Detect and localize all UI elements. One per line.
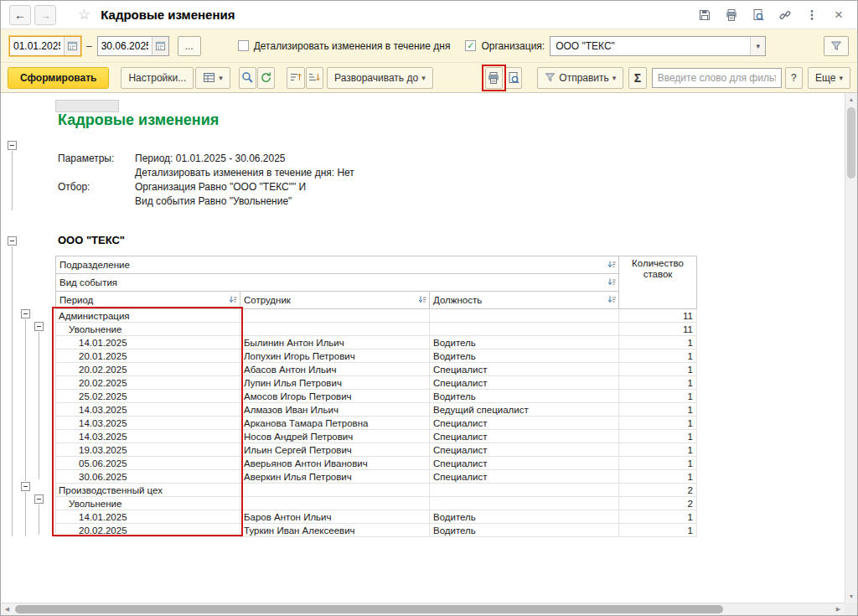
cell-employee[interactable]: Носов Андрей Петрович (240, 430, 430, 443)
expand-groups-button[interactable] (306, 67, 323, 89)
cell-employee[interactable]: Ильин Сергей Петрович (240, 443, 430, 457)
print-preview-button[interactable] (504, 67, 522, 89)
organization-checkbox[interactable]: ✓ Организация: (465, 40, 545, 52)
cell-period[interactable]: 25.02.2025 (56, 390, 240, 403)
cell-employee[interactable]: Баров Антон Ильич (240, 510, 430, 524)
more-actions-button[interactable]: Еще ▾ (808, 67, 850, 89)
cell-period[interactable]: 05.06.2025 (56, 457, 240, 470)
cell-employee[interactable]: Алмазов Иван Ильич (240, 403, 430, 417)
sort-icon[interactable] (229, 296, 238, 305)
cell-count[interactable]: 1 (619, 349, 697, 363)
search-button[interactable] (239, 67, 256, 89)
copy-link-button[interactable] (775, 5, 795, 25)
cell-position[interactable]: Водитель (430, 349, 619, 363)
group-toggle[interactable] (21, 309, 30, 318)
help-button[interactable]: ? (785, 67, 803, 89)
cell-employee[interactable]: Былинин Антон Ильич (240, 336, 430, 349)
cell-position[interactable] (430, 309, 619, 323)
cell-position[interactable]: Ведущий специалист (430, 403, 619, 417)
table-row[interactable]: Администрация 11 (56, 309, 697, 323)
print-titlebar-button[interactable] (721, 5, 742, 25)
table-row[interactable]: Увольнение 11 (56, 323, 697, 336)
organization-combo[interactable]: ООО "ТЕКС" ▾ (550, 36, 766, 56)
cell-position[interactable]: Специалист (430, 457, 619, 470)
table-row[interactable]: 14.01.2025 Былинин Антон Ильич Водитель … (56, 336, 697, 349)
sort-icon[interactable] (607, 261, 617, 270)
cell-position[interactable]: Специалист (430, 443, 619, 457)
cell-count[interactable]: 11 (619, 323, 697, 336)
forward-button[interactable]: → (34, 5, 56, 25)
back-button[interactable]: ← (9, 5, 31, 25)
table-row[interactable]: 14.03.2025 Алмазов Иван Ильич Ведущий сп… (56, 403, 697, 417)
vertical-scrollbar[interactable]: ▲ ▼ (845, 93, 857, 603)
scroll-left-arrow[interactable]: ◀ (1, 603, 13, 615)
table-row[interactable]: 19.03.2025 Ильин Сергей Петрович Специал… (56, 443, 697, 457)
cell-count[interactable]: 1 (619, 363, 697, 376)
header-event-type[interactable]: Вид события (56, 274, 619, 292)
settings-button[interactable]: Настройки... (121, 67, 194, 89)
report-variants-button[interactable]: ▾ (195, 67, 230, 89)
table-row[interactable]: 14.01.2025 Баров Антон Ильич Водитель 1 (56, 510, 697, 524)
cell-period[interactable]: 14.01.2025 (56, 336, 240, 349)
cell-position[interactable]: Специалист (430, 470, 619, 484)
scroll-up-arrow[interactable]: ▲ (845, 93, 857, 106)
cell-employee[interactable]: Амосов Игорь Петрович (240, 390, 430, 403)
cell-count[interactable]: 1 (619, 470, 697, 484)
group-toggle[interactable] (21, 482, 30, 491)
table-row[interactable]: 20.02.2025 Туркин Иван Алексеевич Водите… (56, 524, 697, 537)
cell-period[interactable]: 20.02.2025 (56, 363, 240, 376)
table-row[interactable]: 05.06.2025 Аверьянов Антон Иванович Спец… (56, 457, 697, 470)
close-button[interactable]: × (829, 5, 849, 25)
vertical-scroll-thumb[interactable] (847, 107, 855, 179)
send-button[interactable]: Отправить ▾ (537, 67, 623, 89)
header-position[interactable]: Должность (430, 292, 619, 309)
cell-position[interactable] (430, 323, 619, 336)
cell-employee[interactable]: Туркин Иван Алексеевич (240, 524, 430, 537)
cell-period[interactable]: 20.02.2025 (56, 376, 240, 390)
cell-employee[interactable] (240, 323, 430, 336)
filter-settings-button[interactable] (824, 36, 849, 56)
calendar-from-button[interactable] (64, 37, 80, 55)
table-row[interactable]: Увольнение 2 (56, 497, 697, 510)
cell-count[interactable]: 1 (619, 510, 697, 524)
header-employee[interactable]: Сотрудник (240, 292, 430, 309)
cell-count[interactable]: 1 (619, 524, 697, 537)
cell-period[interactable]: 14.01.2025 (56, 510, 240, 524)
detail-checkbox[interactable]: Детализировать изменения в течение дня (238, 40, 451, 52)
table-row[interactable]: 30.06.2025 Аверкин Илья Петрович Специал… (56, 470, 697, 484)
table-row[interactable]: 25.02.2025 Амосов Игорь Петрович Водител… (56, 390, 697, 403)
scroll-right-arrow[interactable]: ▶ (832, 603, 845, 615)
table-row[interactable]: 20.01.2025 Лопухин Игорь Петрович Водите… (56, 349, 697, 363)
cell-employee[interactable]: Аверкин Илья Петрович (240, 470, 430, 484)
save-button[interactable] (695, 5, 715, 25)
sort-icon[interactable] (607, 278, 617, 287)
cell-employee[interactable]: Абасов Антон Ильич (240, 363, 430, 376)
cell-period[interactable]: Увольнение (56, 323, 240, 336)
cell-position[interactable] (430, 484, 619, 497)
cell-count[interactable]: 1 (619, 403, 697, 417)
print-button[interactable] (485, 67, 503, 89)
header-department[interactable]: Подразделение (56, 256, 619, 274)
cell-period[interactable]: 14.03.2025 (56, 403, 240, 417)
cell-count[interactable]: 1 (619, 430, 697, 443)
cell-count[interactable]: 1 (619, 457, 697, 470)
cell-position[interactable] (430, 497, 619, 510)
cell-employee[interactable]: Лопухин Игорь Петрович (240, 349, 430, 363)
cell-position[interactable]: Водитель (430, 510, 619, 524)
cell-period[interactable]: 20.02.2025 (56, 524, 240, 537)
cell-period[interactable]: 20.01.2025 (56, 349, 240, 363)
cell-position[interactable]: Специалист (430, 417, 619, 430)
cell-count[interactable]: 1 (619, 443, 697, 457)
cell-count[interactable]: 1 (619, 376, 697, 390)
quick-filter-input[interactable] (652, 68, 782, 88)
sort-icon[interactable] (418, 296, 427, 305)
cell-period[interactable]: Производственный цех (56, 484, 240, 497)
favorite-star-icon[interactable]: ☆ (78, 6, 90, 23)
cell-employee[interactable]: Арканова Тамара Петровна (240, 417, 430, 430)
cell-count[interactable]: 1 (619, 390, 697, 403)
group-toggle[interactable] (34, 494, 44, 504)
horizontal-scroll-thumb[interactable] (15, 605, 723, 613)
cell-employee[interactable]: Лупин Илья Петрович (240, 376, 430, 390)
refresh-button[interactable] (257, 67, 275, 89)
cell-period[interactable]: 30.06.2025 (56, 470, 240, 484)
